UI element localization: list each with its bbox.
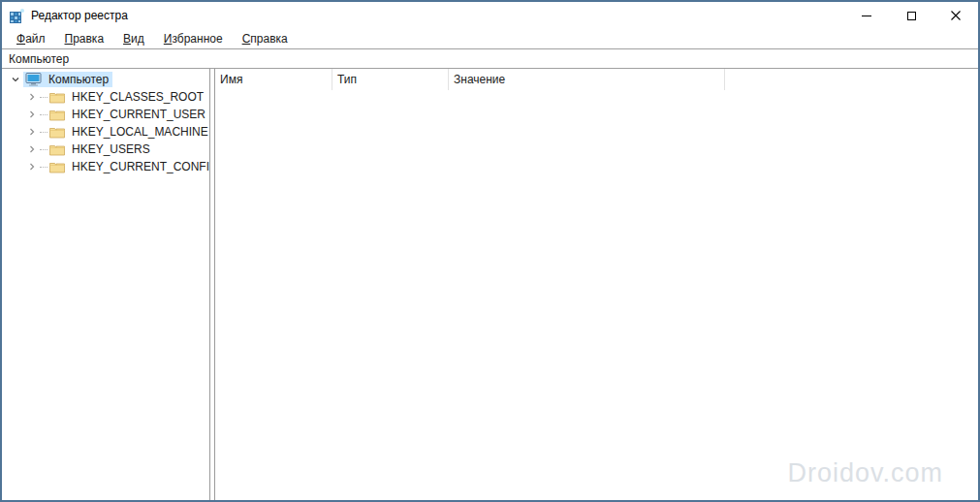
registry-editor-window: Редактор реестра Файл Правка Вид Избранн… bbox=[0, 0, 980, 502]
tree-node-computer[interactable]: Компьютер bbox=[2, 71, 209, 88]
folder-icon bbox=[49, 109, 65, 121]
chevron-right-icon[interactable] bbox=[26, 161, 38, 173]
title-bar: Редактор реестра bbox=[2, 2, 978, 29]
list-body bbox=[215, 90, 978, 500]
menu-view[interactable]: Вид bbox=[117, 30, 150, 47]
folder-icon bbox=[49, 161, 65, 173]
registry-tree-pane: Компьютер HKEY_CLASSES_ROOT HKEY_CURRENT… bbox=[2, 69, 209, 500]
tree-connector bbox=[40, 97, 47, 98]
menu-edit[interactable]: Правка bbox=[59, 30, 111, 47]
tree-node-hkey-current-user[interactable]: HKEY_CURRENT_USER bbox=[2, 106, 209, 123]
tree-node-label: HKEY_LOCAL_MACHINE bbox=[69, 124, 209, 140]
tree-node-label: HKEY_CLASSES_ROOT bbox=[69, 89, 206, 105]
close-button[interactable] bbox=[933, 2, 978, 29]
chevron-right-icon[interactable] bbox=[26, 126, 38, 138]
column-header-type[interactable]: Тип bbox=[332, 69, 449, 90]
tree-node-hkey-classes-root[interactable]: HKEY_CLASSES_ROOT bbox=[2, 88, 209, 106]
tree-node-label: Компьютер bbox=[47, 73, 111, 86]
tree-connector bbox=[40, 167, 47, 168]
chevron-right-icon[interactable] bbox=[26, 109, 38, 120]
menu-help[interactable]: Справка bbox=[237, 30, 294, 47]
column-header-value[interactable]: Значение bbox=[449, 69, 725, 90]
address-bar-value: Компьютер bbox=[9, 52, 69, 66]
close-icon bbox=[951, 11, 961, 20]
tree-node-hkey-local-machine[interactable]: HKEY_LOCAL_MACHINE bbox=[2, 123, 209, 141]
menu-favorites[interactable]: Избранное bbox=[158, 30, 229, 47]
tree-node-label: HKEY_CURRENT_CONFIG bbox=[69, 159, 209, 174]
menu-bar: Файл Правка Вид Избранное Справка bbox=[2, 29, 978, 48]
maximize-button[interactable] bbox=[889, 2, 933, 29]
list-header: Имя Тип Значение bbox=[215, 69, 978, 90]
tree-connector bbox=[40, 114, 47, 115]
tree-node-hkey-current-config[interactable]: HKEY_CURRENT_CONFIG bbox=[2, 158, 209, 175]
folder-icon bbox=[49, 143, 65, 156]
maximize-icon bbox=[907, 12, 916, 20]
window-title: Редактор реестра bbox=[31, 9, 128, 22]
folder-icon bbox=[49, 91, 65, 104]
tree-connector bbox=[40, 132, 47, 133]
tree-node-label: HKEY_CURRENT_USER bbox=[69, 107, 208, 122]
regedit-app-icon bbox=[9, 8, 25, 24]
chevron-right-icon[interactable] bbox=[26, 91, 38, 103]
tree-node-hkey-users[interactable]: HKEY_USERS bbox=[2, 141, 209, 158]
main-area: Компьютер HKEY_CLASSES_ROOT HKEY_CURRENT… bbox=[2, 69, 978, 500]
address-bar[interactable]: Компьютер bbox=[2, 48, 978, 69]
minimize-icon bbox=[862, 16, 871, 16]
tree-connector bbox=[40, 149, 47, 150]
folder-icon bbox=[49, 126, 65, 139]
minimize-button[interactable] bbox=[844, 2, 889, 29]
chevron-right-icon[interactable] bbox=[26, 143, 38, 155]
computer-icon bbox=[25, 73, 43, 86]
values-list-pane: Имя Тип Значение bbox=[215, 69, 978, 500]
chevron-down-icon[interactable] bbox=[10, 74, 21, 85]
menu-file[interactable]: Файл bbox=[11, 30, 51, 47]
column-header-name[interactable]: Имя bbox=[215, 69, 332, 90]
tree-node-label: HKEY_USERS bbox=[69, 141, 153, 157]
selected-node-highlight: Компьютер bbox=[23, 72, 112, 87]
